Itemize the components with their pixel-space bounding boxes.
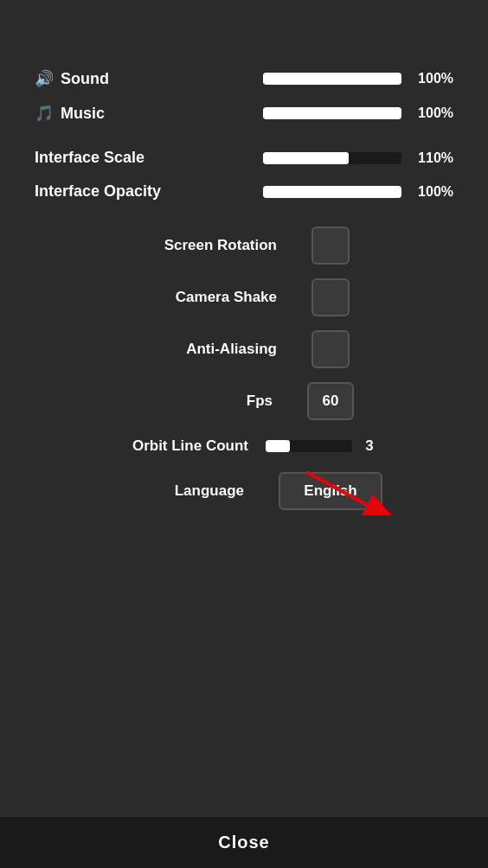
sound-slider-track[interactable] [263,73,401,85]
close-bar: Close [0,817,488,868]
interface-scale-slider-fill [263,152,349,164]
orbit-line-count-slider-track[interactable] [266,440,352,452]
interface-opacity-value: 100% [410,184,453,200]
interface-opacity-row: Interface Opacity 100% [35,182,453,201]
interface-scale-label: Interface Scale [35,149,144,167]
camera-shake-toggle[interactable] [311,278,350,316]
sound-value: 100% [410,71,453,86]
fps-label: Fps [134,393,273,410]
interface-opacity-slider-track[interactable] [263,186,401,198]
music-slider-track[interactable] [263,107,401,119]
anti-aliasing-toggle[interactable] [311,330,350,368]
screen-rotation-label: Screen Rotation [138,237,277,254]
music-slider-fill [263,107,401,119]
orbit-line-count-slider-group[interactable]: 3 [266,437,378,455]
music-slider-group[interactable]: 100% [263,105,453,121]
fps-value[interactable]: 60 [307,382,354,420]
language-button[interactable]: English [279,472,382,510]
music-row: 🎵 Music 100% [35,104,453,123]
interface-opacity-slider-group[interactable]: 100% [263,184,453,200]
interface-scale-row: Interface Scale 110% [35,149,453,167]
anti-aliasing-row: Anti-Aliasing [35,330,453,368]
language-label: Language [106,482,244,500]
interface-opacity-label: Interface Opacity [35,182,161,201]
interface-opacity-slider-fill [263,186,401,198]
music-value: 100% [410,105,453,121]
orbit-line-count-slider-fill [266,440,290,452]
orbit-line-count-row: Orbit Line Count 3 [35,437,453,455]
sound-label: 🔊 Sound [35,69,109,88]
fps-row: Fps 60 [35,382,453,420]
music-icon: 🎵 [35,104,54,123]
sound-icon: 🔊 [35,69,54,88]
camera-shake-row: Camera Shake [35,278,453,316]
interface-scale-slider-track[interactable] [263,152,401,164]
interface-scale-slider-group[interactable]: 110% [263,150,453,166]
music-label: 🎵 Music [35,104,105,123]
sound-slider-fill [263,73,401,85]
orbit-line-count-value: 3 [361,437,378,455]
screen-rotation-row: Screen Rotation [35,227,453,265]
screen-rotation-toggle[interactable] [311,227,350,265]
sound-row: 🔊 Sound 100% [35,69,453,88]
language-row: Language English [35,472,453,510]
sound-slider-group[interactable]: 100% [263,71,453,86]
interface-scale-value: 110% [410,150,453,166]
anti-aliasing-label: Anti-Aliasing [138,341,277,358]
close-button[interactable]: Close [218,833,269,852]
orbit-line-count-label: Orbit Line Count [110,437,248,455]
camera-shake-label: Camera Shake [138,289,277,306]
